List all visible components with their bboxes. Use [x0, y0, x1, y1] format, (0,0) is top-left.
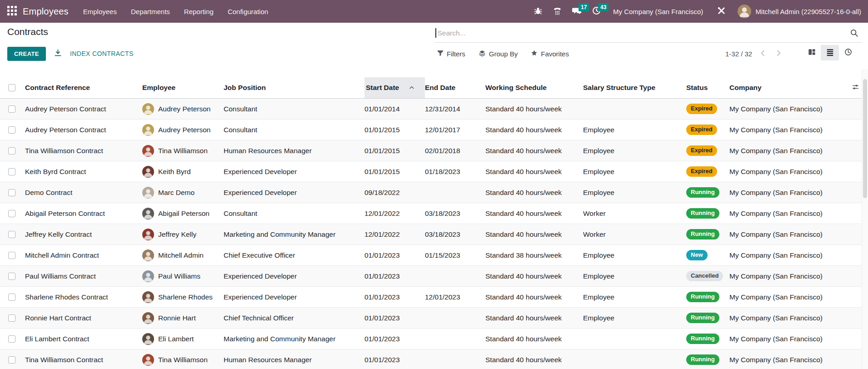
messages-button[interactable]: 17 [569, 0, 585, 23]
header-end-date[interactable]: End Date [425, 77, 485, 98]
topbar-left: Employees Employees Departments Reportin… [0, 6, 268, 17]
row-checkbox[interactable] [8, 314, 15, 322]
row-checkbox[interactable] [8, 356, 15, 364]
status-badge: Expired [686, 166, 717, 176]
header-salary-structure-type[interactable]: Salary Structure Type [583, 77, 686, 98]
table-row[interactable]: Sharlene Rhodes Contract Sharlene Rhodes… [0, 287, 862, 308]
table-row[interactable]: Jeffrey Kelly Contract Jeffrey Kelly Mar… [0, 224, 862, 245]
apps-menu-button[interactable] [7, 6, 17, 17]
header-start-date[interactable]: Start Date [364, 77, 425, 98]
employee-avatar [142, 229, 154, 240]
working-schedule-cell: Standard 38 hours/week [485, 251, 583, 259]
menu-departments[interactable]: Departments [131, 8, 170, 15]
row-checkbox[interactable] [8, 210, 15, 217]
topbar-menu: Employees Departments Reporting Configur… [83, 8, 268, 15]
company-switcher[interactable]: My Company (San Francisco) [613, 8, 703, 15]
activities-button[interactable]: 43 [589, 0, 604, 23]
employee-cell: Jeffrey Kelly [142, 229, 224, 240]
end-date-cell: 12/01/2023 [425, 293, 485, 301]
pager-next-button[interactable] [774, 49, 783, 59]
header-working-schedule[interactable]: Working Schedule [485, 77, 583, 98]
index-contracts-button[interactable]: INDEX CONTRACTS [70, 50, 134, 57]
header-status[interactable]: Status [686, 77, 729, 98]
menu-employees[interactable]: Employees [83, 8, 117, 15]
row-checkbox[interactable] [8, 335, 15, 343]
search-bar [435, 24, 862, 43]
row-checkbox[interactable] [8, 231, 15, 238]
export-icon [54, 49, 62, 59]
row-checkbox[interactable] [8, 294, 15, 301]
status-badge: Running [686, 313, 719, 323]
contract-reference-cell: Audrey Peterson Contract [25, 126, 142, 134]
export-button[interactable] [54, 49, 62, 59]
salary-structure-type-cell: Employee [583, 126, 686, 134]
table-row[interactable]: Tina Williamson Contract Tina Williamson… [0, 140, 862, 161]
start-date-cell: 01/01/2015 [364, 168, 425, 176]
contract-reference-cell: Eli Lambert Contract [25, 335, 142, 343]
header-company[interactable]: Company [729, 77, 849, 98]
employee-cell: Ronnie Hart [142, 312, 224, 324]
status-badge: Running [686, 334, 719, 344]
contract-reference-cell: Ronnie Hart Contract [25, 314, 142, 322]
header-job-position[interactable]: Job Position [224, 77, 364, 98]
employee-avatar [142, 145, 154, 157]
row-checkbox[interactable] [8, 147, 15, 155]
status-cell: Running [686, 208, 729, 218]
pager-previous-button[interactable] [758, 49, 768, 59]
employee-avatar [142, 333, 154, 345]
row-checkbox[interactable] [8, 273, 15, 280]
create-button[interactable]: CREATE [7, 47, 46, 61]
contract-reference-cell: Tina Williamson Contract [25, 147, 142, 155]
header-contract-reference[interactable]: Contract Reference [25, 77, 142, 98]
table-row[interactable]: Tina Williamson Contract Tina Williamson… [0, 349, 862, 369]
app-name[interactable]: Employees [23, 6, 69, 17]
employee-avatar [142, 312, 154, 324]
table-row[interactable]: Eli Lambert Contract Eli Lambert Marketi… [0, 329, 862, 349]
menu-reporting[interactable]: Reporting [184, 8, 214, 15]
status-cell: Expired [686, 104, 729, 114]
debug-button[interactable] [530, 0, 546, 23]
select-all-checkbox[interactable] [8, 84, 15, 91]
salary-structure-type-cell: Worker [583, 230, 686, 239]
user-menu[interactable]: Mitchell Admin (22905527-16-0-all) [738, 5, 861, 18]
column-options-button[interactable] [849, 77, 862, 98]
employee-avatar [142, 208, 154, 219]
status-cell: Cancelled [686, 271, 729, 281]
start-date-cell: 01/01/2023 [364, 356, 425, 364]
row-checkbox[interactable] [8, 252, 15, 259]
activity-view-button[interactable] [839, 45, 857, 60]
group-by-button[interactable]: Group By [479, 50, 518, 58]
table-row[interactable]: Paul Williams Contract Paul Williams Exp… [0, 266, 862, 287]
search-input[interactable] [436, 29, 850, 37]
phone-icon [553, 6, 562, 17]
table-row[interactable]: Demo Contract Marc Demo Experienced Deve… [0, 182, 862, 203]
kanban-view-button[interactable] [803, 45, 821, 60]
row-checkbox[interactable] [8, 189, 15, 196]
row-checkbox[interactable] [8, 126, 15, 134]
action-buttons: CREATE INDEX CONTRACTS [7, 45, 134, 62]
table-row[interactable]: Abigail Peterson Contract Abigail Peters… [0, 203, 862, 224]
vertical-scrollbar[interactable] [862, 69, 868, 369]
employee-avatar [142, 187, 154, 199]
employee-avatar [142, 249, 154, 261]
kanban-view-icon [808, 48, 816, 58]
menu-configuration[interactable]: Configuration [228, 8, 268, 15]
tools-button[interactable] [713, 0, 729, 23]
table-row[interactable]: Ronnie Hart Contract Ronnie Hart Chief T… [0, 308, 862, 329]
list-view-button[interactable] [821, 45, 839, 60]
group-by-icon [479, 50, 486, 58]
search-icon[interactable] [850, 29, 859, 38]
filters-button[interactable]: Filters [437, 50, 465, 58]
row-checkbox[interactable] [8, 168, 15, 175]
pager-value: 1-32 / 32 [725, 50, 752, 58]
table-row[interactable]: Audrey Peterson Contract Audrey Peterson… [0, 120, 862, 140]
table-row[interactable]: Audrey Peterson Contract Audrey Peterson… [0, 99, 862, 120]
table-row[interactable]: Mitchell Admin Contract Mitchell Admin C… [0, 245, 862, 266]
table-row[interactable]: Keith Byrd Contract Keith Byrd Experienc… [0, 161, 862, 182]
favorites-button[interactable]: Favorites [531, 50, 569, 58]
salary-structure-type-cell: Employee [583, 189, 686, 197]
row-checkbox[interactable] [8, 105, 15, 113]
scrollbar-thumb[interactable] [863, 79, 867, 198]
voip-button[interactable] [550, 0, 565, 23]
header-employee[interactable]: Employee [142, 77, 224, 98]
